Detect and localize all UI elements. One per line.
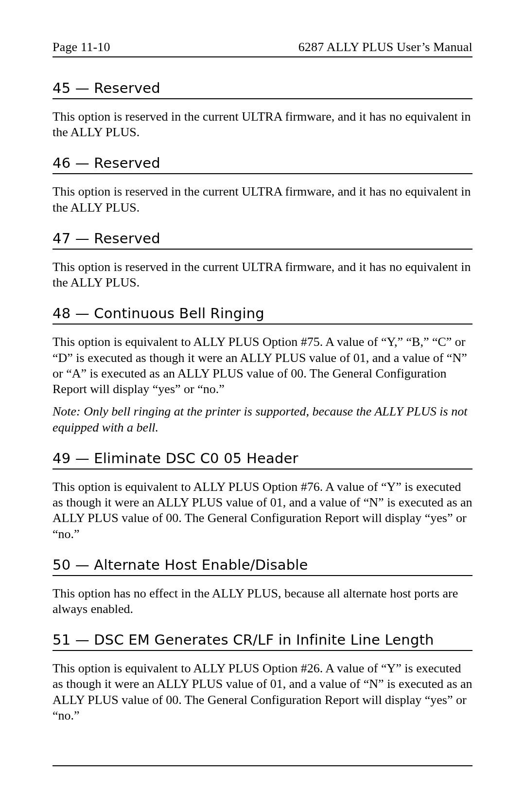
section-heading-46: 46 — Reserved bbox=[52, 155, 472, 174]
section-body-51: This option is equivalent to ALLY PLUS O… bbox=[52, 661, 472, 723]
section-body-49: This option is equivalent to ALLY PLUS O… bbox=[52, 479, 472, 542]
section-heading-51: 51 — DSC EM Generates CR/LF in Infinite … bbox=[52, 632, 472, 651]
section-heading-47: 47 — Reserved bbox=[52, 230, 472, 250]
page-header: Page 11-10 6287 ALLY PLUS User’s Manual bbox=[52, 40, 472, 57]
section-heading-45: 45 — Reserved bbox=[52, 80, 472, 99]
section-body-45: This option is reserved in the current U… bbox=[52, 109, 472, 140]
footer-rule bbox=[52, 765, 472, 766]
section-heading-49: 49 — Eliminate DSC C0 05 Header bbox=[52, 450, 472, 469]
page-number-label: Page 11-10 bbox=[52, 40, 110, 54]
section-body-48: This option is equivalent to ALLY PLUS O… bbox=[52, 334, 472, 397]
section-body-47: This option is reserved in the current U… bbox=[52, 259, 472, 290]
manual-title: 6287 ALLY PLUS User’s Manual bbox=[298, 40, 472, 54]
section-note-48: Note: Only bell ringing at the printer i… bbox=[52, 404, 472, 435]
section-heading-48: 48 — Continuous Bell Ringing bbox=[52, 305, 472, 325]
section-heading-50: 50 — Alternate Host Enable/Disable bbox=[52, 557, 472, 576]
section-body-50: This option has no effect in the ALLY PL… bbox=[52, 586, 472, 617]
section-body-46: This option is reserved in the current U… bbox=[52, 184, 472, 215]
